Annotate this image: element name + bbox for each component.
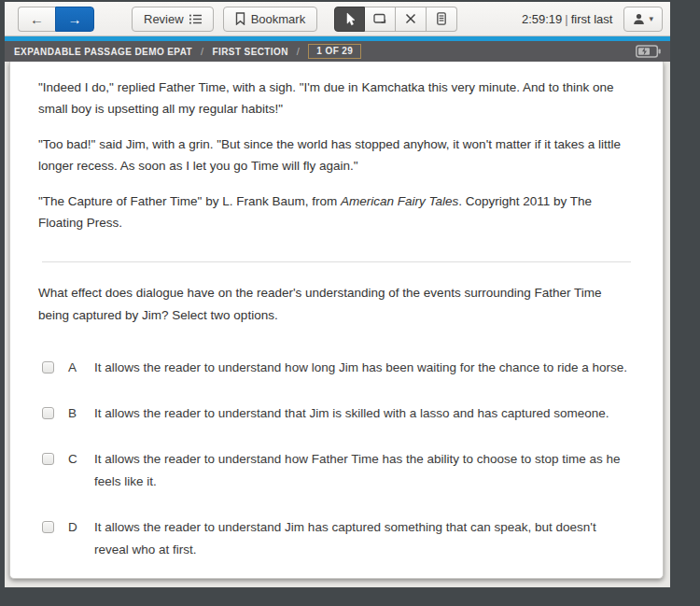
pointer-tool-button[interactable] <box>334 7 365 32</box>
calculator-icon <box>437 12 446 25</box>
breadcrumb: EXPANDABLE PASSAGE DEMO EPAT / FIRST SEC… <box>5 41 670 62</box>
review-button-label: Review <box>144 12 184 26</box>
tool-button-group <box>334 7 457 32</box>
option-d-letter: D <box>68 516 83 561</box>
cursor-arrow-icon <box>344 12 356 26</box>
bookmark-button[interactable]: Bookmark <box>223 7 318 32</box>
option-b-row: B It allows the reader to understand tha… <box>38 402 635 425</box>
option-c-row: C It allows the reader to understand how… <box>38 448 635 493</box>
battery-charging-icon <box>636 45 661 58</box>
breadcrumb-separator: / <box>297 46 300 57</box>
divider <box>42 261 631 262</box>
bookmark-icon <box>235 12 245 25</box>
option-b-checkbox[interactable] <box>42 407 54 419</box>
user-menu-button[interactable]: ▾ <box>623 7 663 32</box>
passage-text: "Indeed I do," replied Father Time, with… <box>38 77 635 233</box>
timer-separator: | <box>562 12 570 26</box>
answer-eliminator-tool-button[interactable] <box>396 7 427 32</box>
notepad-icon <box>373 13 386 24</box>
citation-prefix: "The Capture of Father Time" by L. Frank… <box>38 194 341 208</box>
passage-citation: "The Capture of Father Time" by L. Frank… <box>38 190 635 233</box>
timer-value: 2:59:19 <box>522 12 562 26</box>
bookmark-button-label: Bookmark <box>251 12 306 26</box>
option-e-text: It allows the reader to understand that … <box>94 585 635 587</box>
back-button[interactable]: ← <box>18 7 55 32</box>
citation-title: American Fairy Tales <box>341 194 458 208</box>
option-a-row: A It allows the reader to understand how… <box>38 357 635 379</box>
option-c-letter: C <box>68 448 83 493</box>
calculator-tool-button[interactable] <box>427 7 457 32</box>
breadcrumb-test-name: EXPANDABLE PASSAGE DEMO EPAT <box>14 47 192 57</box>
passage-paragraph: "Indeed I do," replied Father Time, with… <box>38 77 635 120</box>
toolbar: ← → Review <box>5 2 670 36</box>
option-c-checkbox[interactable] <box>42 453 54 465</box>
user-name: first last <box>571 12 613 26</box>
option-d-text: It allows the reader to understand Jim h… <box>94 516 635 561</box>
option-a-letter: A <box>68 357 83 379</box>
arrow-left-icon: ← <box>30 11 44 27</box>
question-stem: What effect does dialogue have on the re… <box>38 282 635 327</box>
option-d-row: D It allows the reader to understand Jim… <box>38 516 635 561</box>
option-a-checkbox[interactable] <box>42 361 54 373</box>
option-c-text: It allows the reader to understand how F… <box>94 448 635 493</box>
nav-button-group: ← → <box>18 7 94 32</box>
option-a-text: It allows the reader to understand how l… <box>94 357 635 379</box>
forward-button[interactable]: → <box>55 7 94 32</box>
breadcrumb-section: FIRST SECTION <box>213 47 288 57</box>
option-b-text: It allows the reader to understand that … <box>94 402 635 425</box>
list-icon <box>189 14 202 24</box>
notes-tool-button[interactable] <box>365 7 396 32</box>
x-cross-icon <box>405 13 416 24</box>
question-panel: "Indeed I do," replied Father Time, with… <box>9 62 664 579</box>
breadcrumb-separator: / <box>201 46 203 57</box>
answer-options: A It allows the reader to understand how… <box>38 357 635 587</box>
person-icon <box>633 13 645 25</box>
content-area: "Indeed I do," replied Father Time, with… <box>5 62 670 587</box>
caret-down-icon: ▾ <box>649 14 653 23</box>
option-e-letter: E <box>68 585 83 587</box>
question-progress-badge[interactable]: 1 OF 29 <box>308 44 361 59</box>
review-button[interactable]: Review <box>132 7 214 32</box>
option-e-row: E It allows the reader to understand tha… <box>38 585 635 587</box>
option-d-checkbox[interactable] <box>42 521 54 533</box>
option-b-letter: B <box>68 402 83 425</box>
timer-and-user: 2:59:19|first last <box>522 12 613 26</box>
app-window: ← → Review <box>5 2 670 587</box>
arrow-right-icon: → <box>68 11 82 27</box>
passage-paragraph: "Too bad!" said Jim, with a grin. "But s… <box>38 134 635 176</box>
